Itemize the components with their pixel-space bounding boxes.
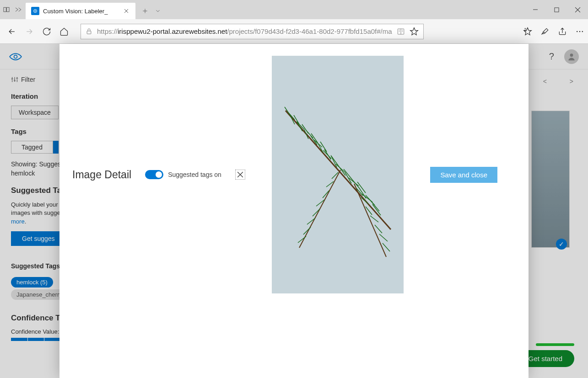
svg-rect-4 [554,7,558,11]
tab-title: Custom Vision: Labeler_ [43,8,119,15]
more-icon[interactable] [575,27,584,36]
svg-point-9 [582,31,583,32]
url-text[interactable]: https://irisppewu2-portal.azurewebsites.… [97,27,392,35]
titlebar-left [0,0,22,19]
modal-header: Image Detail Suggested tags on [59,44,529,302]
back-icon[interactable] [7,27,16,36]
sidebar-toggle-icon[interactable] [3,6,10,13]
browser-titlebar: Custom Vision: Labeler_ [0,0,588,19]
address-bar[interactable]: https://irisppewu2-portal.azurewebsites.… [81,24,424,39]
svg-rect-0 [4,7,6,11]
browser-tab[interactable]: Custom Vision: Labeler_ [26,3,135,19]
app-area: Labeler_IC_d ? < > Filter Iteration Work… [0,44,588,378]
toggle-label: Suggested tags on [168,171,221,178]
modal-close-button[interactable] [235,170,245,180]
tab-actions [135,3,161,19]
browser-toolbar: https://irisppewu2-portal.azurewebsites.… [0,19,588,44]
new-tab-icon[interactable] [142,8,148,14]
hemlock-branch-icon [272,56,404,293]
favorite-icon[interactable] [410,27,419,36]
svg-point-3 [35,11,36,11]
close-icon[interactable] [123,7,130,15]
svg-point-7 [577,31,578,32]
modal-title: Image Detail [72,169,131,181]
image-preview-area [272,56,404,293]
maximize-button[interactable] [546,0,567,19]
svg-point-2 [34,10,37,13]
lock-icon [86,28,92,35]
favorites-list-icon[interactable] [523,27,532,36]
toggle-switch[interactable] [145,170,163,179]
modal-footer: Save and close [417,159,510,191]
forward-icon[interactable] [25,27,34,36]
notes-icon[interactable] [540,27,550,36]
image-detail-modal: Image Detail Suggested tags on [59,44,529,378]
image-preview[interactable] [272,56,404,293]
svg-rect-1 [7,7,9,11]
home-icon[interactable] [59,27,69,36]
minimize-button[interactable] [525,0,546,19]
tab-favicon-icon [31,7,39,15]
refresh-icon[interactable] [42,27,51,36]
svg-rect-5 [87,31,91,34]
chevron-down-icon[interactable] [155,8,161,14]
share-icon[interactable] [558,27,567,36]
reader-icon[interactable] [397,27,405,36]
recent-icon[interactable] [15,6,22,13]
suggested-tags-toggle[interactable]: Suggested tags on [145,170,221,179]
save-and-close-button[interactable]: Save and close [430,167,497,183]
window-controls [525,0,588,19]
window-close-button[interactable] [567,0,588,19]
svg-point-8 [579,31,581,32]
